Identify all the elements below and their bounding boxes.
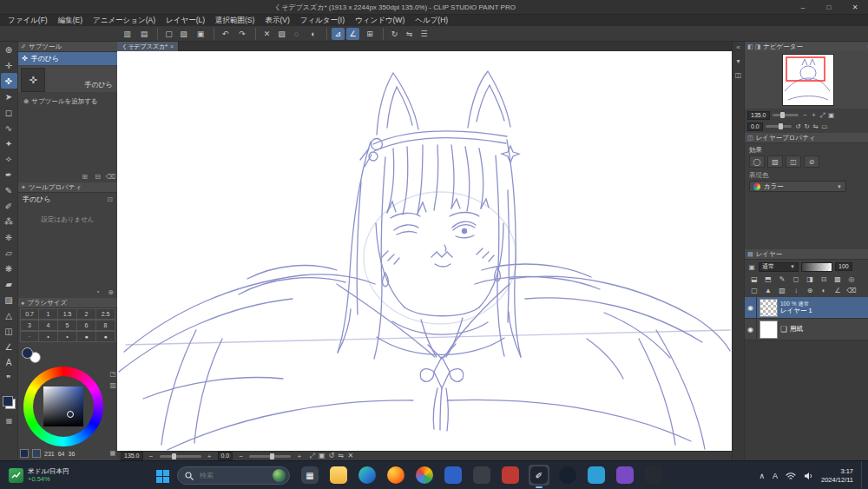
brush-size-preset-cell[interactable]: ● [77, 331, 96, 342]
reset-icon[interactable]: ◔ [93, 287, 102, 297]
steam[interactable] [557, 465, 578, 486]
close-button[interactable]: ✕ [842, 0, 868, 14]
brush-size-cell[interactable]: 5 [58, 320, 77, 331]
menu-item[interactable]: 編集(E) [53, 15, 88, 26]
no-effect-icon[interactable]: ⊘ [804, 155, 819, 168]
menu-item[interactable]: ファイル(F) [3, 15, 53, 26]
document-tab[interactable]: くそデブスズカ* × [117, 42, 179, 51]
layer-palette-icon[interactable]: ▣ [747, 263, 756, 271]
color-marker[interactable] [67, 411, 74, 418]
figure-tool[interactable]: △ [1, 307, 17, 323]
hand-tool[interactable]: ✜ [1, 73, 17, 89]
navigator-preview-area[interactable] [745, 51, 868, 109]
open-file-icon[interactable]: ▧ [177, 28, 190, 40]
airbrush-tool[interactable]: ⁂ [1, 214, 17, 229]
brush-size-preset-cell[interactable]: • [39, 331, 58, 342]
brush-size-preset-cell[interactable]: ● [96, 331, 115, 342]
add-subtool-icon[interactable]: ⊞ [80, 172, 89, 182]
menu-item[interactable]: ヘルプ(H) [410, 15, 453, 26]
layer-row-paper[interactable]: ◉ ❏ 用紙 [745, 319, 868, 340]
brush-size-preset-cell[interactable]: • [58, 331, 77, 342]
actual-size-icon[interactable]: ▣ [317, 452, 326, 460]
border-effect-icon[interactable]: ◯ [749, 155, 765, 168]
gradient-tool[interactable]: ▨ [1, 292, 17, 307]
auto-select-tool[interactable]: ✦ [1, 135, 17, 151]
color-slider-mode-icon[interactable]: ▥ [109, 381, 116, 389]
zoom-out-icon[interactable]: − [147, 453, 156, 460]
transfer-down-icon[interactable]: ⬓ [748, 275, 760, 283]
brush-size-cell[interactable]: 2.5 [96, 308, 115, 320]
zoom-in-icon[interactable]: + [810, 111, 819, 120]
color-wheel[interactable] [23, 367, 103, 446]
balloon-tool[interactable]: ❞ [1, 370, 17, 386]
navigator-rotation-value[interactable]: 0.0 [747, 122, 763, 131]
new-raster-layer-icon[interactable]: ▢ [748, 287, 760, 294]
game-launcher[interactable] [500, 465, 521, 486]
navigator-tab-icon[interactable]: ◧ [747, 43, 753, 50]
minimize-button[interactable]: – [790, 0, 816, 14]
taskbar-search[interactable] [177, 466, 290, 485]
selection-from-layer-icon[interactable]: ◻ [790, 275, 802, 283]
ruler-tool[interactable]: ∠ [1, 339, 17, 354]
delete-icon[interactable]: ✕ [260, 28, 273, 40]
saturation-value-square[interactable] [43, 387, 83, 426]
blend-tool[interactable]: ❋ [1, 261, 17, 276]
lasso-tool[interactable]: ∿ [1, 120, 17, 135]
blend-mode-dropdown[interactable]: 通常 ▼ [759, 262, 799, 272]
foreground-color-swatch[interactable] [3, 396, 13, 406]
zoom-tool[interactable]: ⊕ [1, 42, 17, 57]
visibility-eye-icon[interactable]: ◉ [745, 319, 757, 340]
move-tool[interactable]: ✛ [1, 57, 17, 73]
panel-dock-icon[interactable]: ◫ [735, 71, 742, 80]
snap-to-ruler-icon[interactable]: ⊿ [332, 28, 345, 40]
brush-size-cell[interactable]: 1.5 [58, 308, 77, 320]
clear-rotation-icon[interactable]: ✕ [345, 452, 355, 460]
material-palette-icon[interactable]: ☰ [418, 28, 431, 40]
menu-item[interactable]: フィルター(I) [295, 15, 350, 26]
layer-panel-header[interactable]: ▤ レイヤー [745, 249, 868, 260]
tab-close-icon[interactable]: × [170, 43, 174, 50]
weather-widget[interactable]: 米ドル/日本円 +0.54% [5, 464, 72, 486]
edge[interactable] [357, 465, 378, 486]
volume-icon[interactable] [804, 472, 813, 480]
zoom-value[interactable]: 135.0 [121, 452, 143, 460]
rotate-left-icon[interactable]: ↺ [794, 122, 803, 130]
fit-to-screen-icon[interactable]: ⤢ [307, 452, 317, 460]
add-subtool-row[interactable]: ⊕ サブツールを追加する [18, 96, 117, 107]
navigator-rotation-slider[interactable] [766, 125, 792, 128]
layer-row-selected[interactable]: ◉ 100 % 通常 レイヤー 1 [745, 297, 868, 319]
rotate-right-icon[interactable]: + [294, 453, 304, 460]
brush-size-cell[interactable]: 8 [96, 320, 115, 331]
ruler-icon[interactable]: ∠ [832, 287, 844, 294]
wifi-icon[interactable] [786, 472, 796, 480]
file-explorer[interactable] [328, 465, 349, 486]
ime-mode-indicator[interactable]: A [773, 472, 778, 480]
subtool-tile[interactable]: ✜ 手のひら [18, 66, 117, 92]
deselect-icon[interactable]: ◌ [290, 28, 303, 40]
menu-item[interactable]: 表示(V) [260, 15, 294, 26]
panel-menu-icon[interactable]: ▾ [736, 57, 740, 66]
subview-tab-icon[interactable]: ◨ [755, 43, 761, 50]
transfer-icon[interactable]: ↓ [790, 287, 802, 294]
rotate-left-icon[interactable]: − [236, 453, 246, 460]
duplicate-subtool-icon[interactable]: ⊟ [93, 172, 102, 182]
snap-to-special-ruler-icon[interactable]: ∠ [346, 28, 359, 40]
clip-at-layer-icon[interactable]: ◨ [804, 275, 816, 283]
pen-tool[interactable]: ✒ [1, 167, 17, 182]
rotation-slider[interactable] [249, 455, 291, 458]
draft-layer-icon[interactable]: ✎ [776, 275, 788, 283]
detail-icon[interactable]: ⊕ [106, 287, 115, 297]
fit-icon[interactable]: ⤢ [819, 111, 827, 120]
tone-effect-icon[interactable]: ▨ [767, 155, 783, 168]
zoom-out-icon[interactable]: − [801, 111, 810, 120]
navigator-zoom-slider[interactable] [773, 114, 799, 116]
eyedropper-tool[interactable]: ✧ [1, 151, 17, 167]
terminal[interactable] [643, 465, 664, 486]
selection-tool[interactable]: ◻ [1, 104, 17, 120]
actual-pixel-icon[interactable]: ▣ [827, 111, 836, 120]
merge-down-icon[interactable]: ⬒ [762, 275, 774, 283]
layer-thumbnail[interactable] [760, 299, 778, 317]
paint-app[interactable] [586, 465, 607, 486]
fill-selection-icon[interactable]: ▨ [275, 28, 288, 40]
collapse-panels-icon[interactable]: « [736, 43, 740, 52]
